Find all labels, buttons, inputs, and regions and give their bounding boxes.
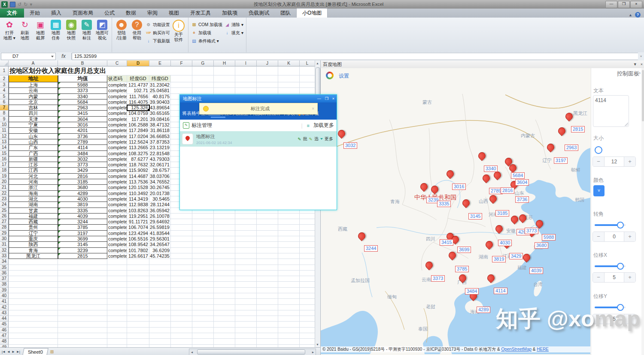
- cell[interactable]: 113.2665: [127, 145, 149, 150]
- cell[interactable]: 103.8263: [127, 208, 149, 214]
- text-input[interactable]: 4114: [593, 95, 629, 127]
- cell[interactable]: [171, 253, 192, 259]
- cell[interactable]: [149, 305, 171, 310]
- map-marker-label[interactable]: 4114: [494, 288, 507, 294]
- cell[interactable]: 26.59819: [149, 225, 171, 230]
- cell[interactable]: [257, 265, 278, 271]
- cell[interactable]: 106.7074: [127, 225, 149, 230]
- cell[interactable]: 117.201: [127, 117, 149, 122]
- cell[interactable]: [9, 328, 58, 333]
- cell[interactable]: [278, 66, 300, 75]
- ribbon-tab-file[interactable]: 文件: [0, 9, 24, 18]
- cell[interactable]: [278, 310, 300, 316]
- cell[interactable]: 121.4737: [127, 82, 149, 88]
- cell[interactable]: [278, 282, 300, 287]
- cell[interactable]: [300, 288, 315, 293]
- cell[interactable]: [171, 322, 192, 327]
- row-header[interactable]: 48: [0, 339, 9, 344]
- cell[interactable]: 陕西: [9, 242, 58, 247]
- cell[interactable]: 23.13219: [149, 145, 171, 150]
- cell[interactable]: complete: [107, 88, 127, 93]
- cell[interactable]: [214, 339, 235, 344]
- cell[interactable]: 广东: [9, 145, 58, 150]
- row-header[interactable]: 23: [0, 196, 9, 202]
- select-icon[interactable]: ✎: [309, 137, 313, 141]
- cell[interactable]: [127, 310, 149, 316]
- row-header[interactable]: 3: [0, 82, 9, 88]
- cell[interactable]: [192, 316, 214, 322]
- cell[interactable]: 117.2849: [127, 128, 149, 133]
- cell[interactable]: 2816: [58, 174, 107, 179]
- cell[interactable]: 111.7656: [127, 94, 149, 99]
- cell[interactable]: [300, 271, 315, 276]
- cell[interactable]: [127, 299, 149, 304]
- cell[interactable]: [58, 293, 107, 299]
- cell[interactable]: [235, 236, 257, 242]
- ribbon-button-map-snapshot[interactable]: ◉地图快照: [64, 19, 79, 41]
- cell[interactable]: 45.74235: [149, 253, 171, 259]
- row-header[interactable]: 24: [0, 202, 9, 208]
- offset-y-decrease-button[interactable]: −: [593, 314, 605, 324]
- cell[interactable]: [257, 242, 278, 247]
- cell[interactable]: 3340: [58, 94, 107, 99]
- cell[interactable]: [278, 75, 300, 82]
- ribbon-tab-开始[interactable]: 开始: [24, 9, 46, 18]
- cell[interactable]: 119.2951: [127, 214, 149, 219]
- row-header[interactable]: 8: [0, 111, 9, 116]
- cell[interactable]: [192, 75, 214, 82]
- cell[interactable]: [214, 293, 235, 299]
- resize-handle-icon[interactable]: [625, 123, 628, 126]
- offset-x-value[interactable]: 5: [605, 273, 624, 282]
- cell[interactable]: [9, 299, 58, 304]
- cell[interactable]: [192, 214, 214, 219]
- cell[interactable]: 116.4075: [127, 99, 149, 105]
- cell[interactable]: [58, 299, 107, 304]
- cell[interactable]: 30.5465: [149, 196, 171, 202]
- cell[interactable]: [107, 282, 127, 287]
- cell[interactable]: [214, 219, 235, 225]
- cell[interactable]: [107, 339, 127, 344]
- cell[interactable]: 30.26745: [149, 185, 171, 190]
- cell[interactable]: 108.3275: [127, 151, 149, 156]
- cell[interactable]: [214, 82, 235, 88]
- cell[interactable]: complete: [107, 139, 127, 145]
- cell[interactable]: 江苏: [9, 162, 58, 168]
- cell[interactable]: 3680: [58, 185, 107, 190]
- map-marker-label[interactable]: 4039: [529, 268, 543, 274]
- cell[interactable]: 浙江: [9, 185, 58, 190]
- help-icon[interactable]: ?: [635, 12, 641, 18]
- cell[interactable]: [107, 265, 127, 271]
- cell[interactable]: [278, 276, 300, 282]
- cell[interactable]: [300, 88, 315, 93]
- cell[interactable]: [300, 75, 315, 82]
- cell[interactable]: [58, 333, 107, 339]
- ribbon-button-login-register[interactable]: ☻登陆/注册: [114, 19, 129, 41]
- map-marker-label[interactable]: 3145: [468, 213, 482, 220]
- cell[interactable]: [278, 339, 300, 344]
- cell[interactable]: 西藏: [9, 219, 58, 225]
- cell[interactable]: [235, 231, 257, 236]
- cell[interactable]: [235, 305, 257, 310]
- ribbon-button-refresh-map[interactable]: ↻刷新地图: [18, 19, 32, 41]
- cell[interactable]: 20.01738: [149, 191, 171, 196]
- row-header[interactable]: 31: [0, 242, 9, 247]
- cell[interactable]: complete: [107, 168, 127, 173]
- cell[interactable]: [214, 248, 235, 253]
- rotate-slider-knob[interactable]: [617, 222, 624, 229]
- cell[interactable]: complete: [107, 156, 127, 162]
- cell[interactable]: [300, 293, 315, 299]
- next-sheet-button[interactable]: ►: [12, 350, 15, 354]
- cell[interactable]: [149, 288, 171, 293]
- undo-button[interactable]: ↺: [18, 0, 21, 8]
- cell[interactable]: [192, 66, 214, 75]
- cell[interactable]: 28.6757: [149, 168, 171, 173]
- cell[interactable]: complete: [107, 253, 127, 259]
- cell[interactable]: 云南: [9, 88, 58, 93]
- cell[interactable]: 123.4294: [127, 231, 149, 236]
- offset-y-slider-knob[interactable]: [617, 304, 624, 311]
- cell[interactable]: 5988: [58, 82, 107, 88]
- row-header[interactable]: 44: [0, 316, 9, 322]
- ribbon-button-com-addins[interactable]: ⊞COM 加载项: [191, 21, 222, 29]
- ribbon-button-map-screenshot[interactable]: ▣地图截屏: [33, 19, 48, 41]
- cell[interactable]: [257, 322, 278, 327]
